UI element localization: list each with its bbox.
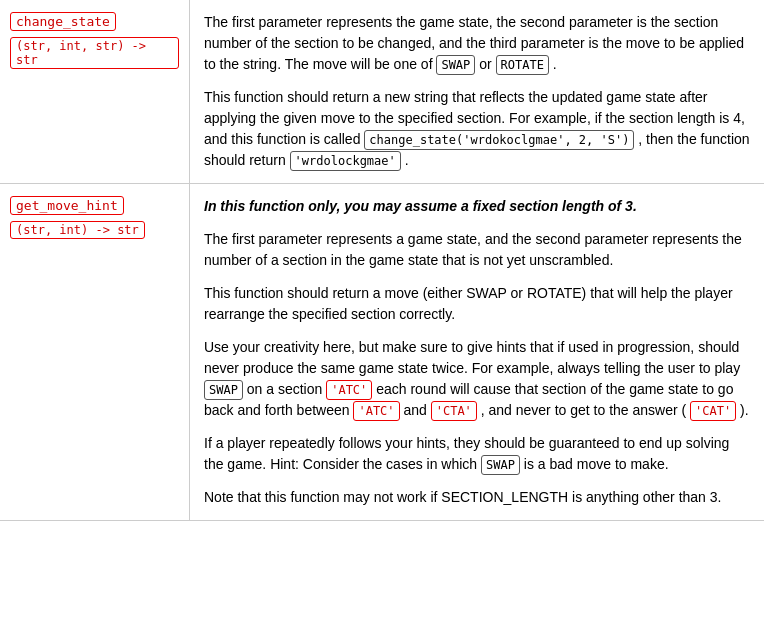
para-1-2: This function should return a new string… xyxy=(204,87,750,171)
right-col-2: In this function only, you may assume a … xyxy=(190,184,764,520)
rotate-code-1: ROTATE xyxy=(496,55,549,75)
para-2-italic: In this function only, you may assume a … xyxy=(204,196,750,217)
func-sig-1: (str, int, str) -> str xyxy=(10,37,179,69)
swap-code-1: SWAP xyxy=(436,55,475,75)
atc-code-1: 'ATC' xyxy=(326,380,372,400)
right-col-1: The first parameter represents the game … xyxy=(190,0,764,183)
para-2-2: This function should return a move (eith… xyxy=(204,283,750,325)
text-1-1: The first parameter represents the game … xyxy=(204,14,744,72)
italic-bold-text: In this function only, you may assume a … xyxy=(204,198,637,214)
left-col-1: change_state (str, int, str) -> str xyxy=(0,0,190,183)
swap-code-2: SWAP xyxy=(204,380,243,400)
para-2-5: Note that this function may not work if … xyxy=(204,487,750,508)
swap-code-3: SWAP xyxy=(481,455,520,475)
text-2-4b: is a bad move to make. xyxy=(524,456,669,472)
text-2-5: Note that this function may not work if … xyxy=(204,489,721,505)
text-2-3b: on a section xyxy=(247,381,326,397)
cta-code-1: 'CTA' xyxy=(431,401,477,421)
para-2-4: If a player repeatedly follows your hint… xyxy=(204,433,750,475)
text-1-3: . xyxy=(553,56,557,72)
row2: get_move_hint (str, int) -> str In this … xyxy=(0,184,764,521)
text-2-3a: Use your creativity here, but make sure … xyxy=(204,339,740,376)
text-1-2: or xyxy=(479,56,495,72)
example-call-1: change_state('wrdokoclgmae', 2, 'S') xyxy=(364,130,634,150)
text-2-3f: ). xyxy=(740,402,749,418)
para-2-3: Use your creativity here, but make sure … xyxy=(204,337,750,421)
row1: change_state (str, int, str) -> str The … xyxy=(0,0,764,184)
func-name-2: get_move_hint xyxy=(10,196,179,221)
text-2-3d: and xyxy=(403,402,430,418)
example-return-1: 'wrdolockgmae' xyxy=(290,151,401,171)
func-name-1: change_state xyxy=(10,12,179,37)
text-2-1: The first parameter represents a game st… xyxy=(204,231,742,268)
atc-code-2: 'ATC' xyxy=(353,401,399,421)
text-2-3e: , and never to get to the answer ( xyxy=(481,402,686,418)
text-2-2: This function should return a move (eith… xyxy=(204,285,733,322)
para-2-1: The first parameter represents a game st… xyxy=(204,229,750,271)
text-1-6: . xyxy=(405,152,409,168)
left-col-2: get_move_hint (str, int) -> str xyxy=(0,184,190,520)
func-sig-2: (str, int) -> str xyxy=(10,221,179,239)
para-1-1: The first parameter represents the game … xyxy=(204,12,750,75)
cat-code-1: 'CAT' xyxy=(690,401,736,421)
